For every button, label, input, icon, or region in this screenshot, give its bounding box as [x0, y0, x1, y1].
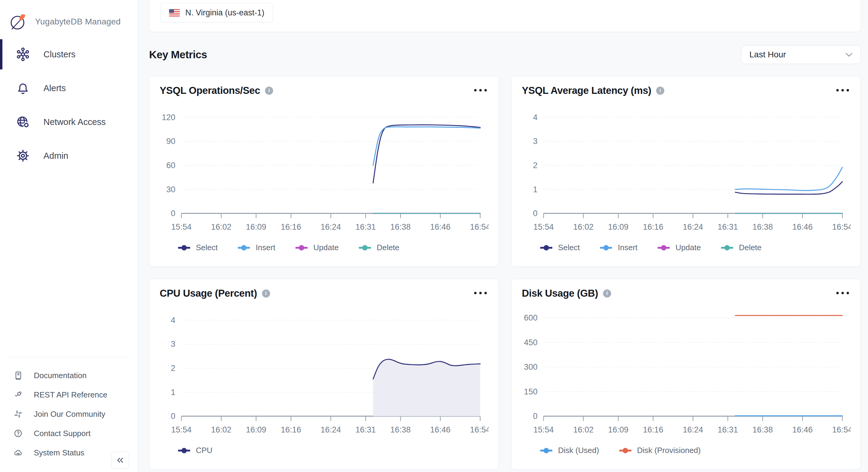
book-icon — [13, 371, 23, 380]
chart-canvas: 030609012015:5416:0216:0916:1616:2416:31… — [160, 99, 489, 242]
chart-canvas: 0123415:5416:0216:0916:1616:2416:3116:38… — [522, 99, 851, 242]
legend-label: Select — [196, 243, 218, 252]
legend-item[interactable]: Select — [539, 243, 580, 252]
sidebar-link-community[interactable]: Join Our Community — [0, 404, 138, 424]
legend-item[interactable]: Delete — [720, 243, 762, 252]
legend-label: Delete — [739, 243, 762, 252]
app-title: YugabyteDB Managed — [35, 17, 121, 27]
metrics-grid: YSQL Operations/Sec i 030609012015:5416:… — [149, 76, 861, 470]
sidebar-nav: Clusters Alerts — [0, 37, 138, 172]
legend-item[interactable]: Update — [657, 243, 701, 252]
cpu-usage-line-chart: 0123415:5416:0216:0916:1616:2416:3116:38… — [160, 302, 489, 444]
svg-text:16:46: 16:46 — [430, 425, 451, 434]
region-chip[interactable]: N. Virginia (us-east-1) — [160, 3, 273, 22]
info-icon[interactable]: i — [262, 289, 270, 297]
svg-text:16:54: 16:54 — [470, 222, 489, 231]
us-flag-icon — [169, 9, 180, 17]
legend-label: Update — [313, 243, 339, 252]
svg-text:16:16: 16:16 — [643, 425, 663, 434]
svg-text:16:02: 16:02 — [573, 222, 594, 231]
sidebar-link-label: Join Our Community — [34, 410, 105, 419]
sidebar-collapse-button[interactable] — [112, 451, 129, 469]
svg-text:16:16: 16:16 — [281, 425, 301, 434]
svg-text:60: 60 — [166, 161, 175, 170]
info-icon[interactable]: i — [656, 87, 664, 95]
clusters-icon — [16, 47, 30, 62]
svg-text:16:46: 16:46 — [430, 222, 451, 231]
svg-text:2: 2 — [171, 364, 175, 373]
legend-item[interactable]: Insert — [237, 243, 275, 252]
svg-text:16:24: 16:24 — [320, 425, 341, 434]
bell-icon — [16, 81, 30, 95]
legend-item[interactable]: Update — [294, 243, 339, 252]
legend-item[interactable]: Delete — [358, 243, 399, 252]
disk-usage-line-chart: 015030045060015:5416:0216:0916:1616:2416… — [522, 302, 851, 444]
sidebar-link-label: Documentation — [34, 371, 87, 380]
sidebar-item-alerts[interactable]: Alerts — [0, 71, 138, 105]
svg-text:16:38: 16:38 — [390, 425, 411, 434]
svg-text:4: 4 — [171, 316, 175, 325]
app-logo[interactable]: YugabyteDB Managed — [0, 0, 138, 36]
legend-label: Insert — [618, 243, 638, 252]
info-icon[interactable]: i — [265, 87, 273, 95]
sidebar-link-rest-api[interactable]: REST API Reference — [0, 385, 138, 404]
svg-text:16:31: 16:31 — [355, 222, 376, 231]
sidebar-link-label: REST API Reference — [34, 390, 107, 400]
sidebar-link-label: Contact Support — [34, 429, 91, 438]
sidebar-item-label: Clusters — [43, 50, 75, 59]
legend-label: Select — [558, 243, 580, 252]
metric-card-ysql-latency: YSQL Average Latency (ms) i 0123415:5416… — [511, 76, 861, 267]
time-range-select[interactable]: Last Hour — [741, 45, 861, 64]
svg-text:16:31: 16:31 — [355, 425, 376, 434]
svg-text:2: 2 — [533, 161, 537, 170]
svg-text:1: 1 — [171, 388, 175, 397]
metrics-header-row: Key Metrics Last Hour — [149, 45, 861, 64]
svg-text:16:54: 16:54 — [832, 425, 851, 434]
svg-text:16:02: 16:02 — [573, 425, 594, 434]
chevrons-left-icon — [115, 455, 125, 465]
sidebar-footer: Documentation REST API Reference Join Ou… — [0, 357, 138, 462]
legend-marker-icon — [237, 245, 251, 251]
legend-item[interactable]: Disk (Provisioned) — [618, 446, 701, 455]
chart-title: YSQL Operations/Sec i — [160, 85, 273, 96]
svg-text:16:24: 16:24 — [683, 425, 703, 434]
legend-item[interactable]: CPU — [177, 446, 213, 455]
card-menu-button[interactable] — [472, 85, 489, 96]
svg-text:15:54: 15:54 — [171, 222, 192, 231]
legend-marker-icon — [294, 245, 308, 251]
legend-item[interactable]: Insert — [599, 243, 638, 252]
sidebar-link-documentation[interactable]: Documentation — [0, 366, 138, 385]
svg-text:16:38: 16:38 — [752, 425, 773, 434]
legend-marker-icon — [657, 245, 671, 251]
legend-label: CPU — [196, 446, 213, 455]
time-range-value: Last Hour — [749, 50, 786, 59]
card-menu-button[interactable] — [472, 288, 489, 298]
legend-marker-icon — [539, 245, 553, 251]
divider — [8, 357, 129, 357]
legend-item[interactable]: Select — [177, 243, 218, 252]
svg-text:15:54: 15:54 — [533, 222, 554, 231]
sidebar-item-admin[interactable]: Admin — [0, 139, 138, 172]
svg-text:16:31: 16:31 — [718, 425, 738, 434]
gear-icon — [16, 149, 30, 163]
svg-text:15:54: 15:54 — [533, 425, 554, 434]
card-menu-button[interactable] — [835, 288, 851, 298]
legend-label: Insert — [256, 243, 275, 252]
main-content: N. Virginia (us-east-1) Key Metrics Last… — [138, 0, 868, 472]
card-menu-button[interactable] — [835, 85, 851, 96]
ysql-operations-line-chart: 030609012015:5416:0216:0916:1616:2416:31… — [160, 99, 489, 242]
svg-text:16:38: 16:38 — [390, 222, 411, 231]
ysql-latency-line-chart: 0123415:5416:0216:0916:1616:2416:3116:38… — [522, 99, 851, 242]
sidebar-link-support[interactable]: Contact Support — [0, 424, 138, 443]
sidebar: YugabyteDB Managed Clusters Alerts — [0, 0, 138, 472]
sidebar-item-network-access[interactable]: Network Access — [0, 105, 138, 139]
svg-text:3: 3 — [533, 137, 537, 146]
sidebar-item-label: Admin — [43, 151, 68, 161]
sidebar-item-clusters[interactable]: Clusters — [0, 37, 138, 71]
svg-text:3: 3 — [171, 340, 175, 349]
svg-text:16:09: 16:09 — [608, 222, 629, 231]
info-icon[interactable]: i — [603, 289, 611, 297]
legend-item[interactable]: Disk (Used) — [539, 446, 599, 455]
metric-card-cpu-usage: CPU Usage (Percent) i 0123415:5416:0216:… — [149, 279, 499, 470]
svg-text:16:31: 16:31 — [718, 222, 738, 231]
